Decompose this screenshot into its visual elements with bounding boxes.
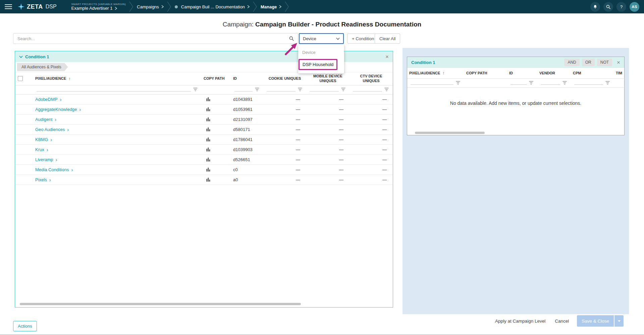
breadcrumb-manage[interactable]: Manage <box>257 0 285 13</box>
copy-path-icon[interactable] <box>206 178 210 182</box>
filter-input[interactable] <box>267 86 296 91</box>
breadcrumb-campaigns[interactable]: Campaigns <box>133 0 167 13</box>
horizontal-scrollbar[interactable] <box>20 303 301 305</box>
column-header-mobile-device-uniques[interactable]: MOBILE DEVICE UNIQUES <box>306 72 350 85</box>
audience-link[interactable]: Krux› <box>35 147 48 152</box>
filter-icon[interactable] <box>255 88 259 91</box>
horizontal-scrollbar[interactable] <box>415 132 485 134</box>
filter-input[interactable] <box>541 80 560 85</box>
table-row[interactable]: KBMG› d1786041 — — — <box>15 134 393 144</box>
breadcrumb-advertiser[interactable]: SMART PROJECTS (VARIABLE MARGIN) Example… <box>68 0 129 13</box>
column-header-id[interactable]: ID <box>507 68 537 79</box>
user-avatar[interactable]: AS <box>630 2 639 12</box>
table-row[interactable]: Geo Audiences› d580171 — — — <box>15 124 393 134</box>
copy-path-icon[interactable] <box>206 137 210 141</box>
save-and-close-button[interactable]: Save & Close <box>577 315 614 327</box>
collapse-chevron-icon[interactable] <box>19 56 23 58</box>
filter-icon[interactable] <box>384 88 389 91</box>
actions-button[interactable]: Actions <box>13 321 37 331</box>
column-header-copy-path[interactable]: COPY PATH <box>464 68 507 79</box>
ctv-uniques-value: — <box>350 124 393 134</box>
tab-all-audiences-pixels[interactable]: All Audiences & Pixels <box>17 63 68 71</box>
table-row[interactable]: AggregateKnowledge› d1053961 — — — <box>15 104 393 114</box>
filter-input[interactable] <box>511 80 527 85</box>
row-id: a0 <box>231 175 263 185</box>
cancel-button[interactable]: Cancel <box>555 319 569 324</box>
filter-input[interactable] <box>234 86 253 91</box>
column-header-pixel-audience[interactable]: PIXEL/AUDIENCE↑ <box>407 68 464 79</box>
notifications-button[interactable] <box>590 2 600 12</box>
column-header-cookie-uniques[interactable]: COOKIE UNIQUES <box>263 72 306 85</box>
apply-at-campaign-level-button[interactable]: Apply at Campaign Level <box>495 319 545 324</box>
ctv-uniques-value: — <box>350 134 393 144</box>
copy-path-icon[interactable] <box>206 117 210 121</box>
operator-and-button[interactable]: AND <box>564 59 579 66</box>
column-header-copy-path[interactable]: COPY PATH <box>202 72 231 85</box>
table-row[interactable]: Krux› d1039903 — — — <box>15 144 393 154</box>
close-icon[interactable]: × <box>617 60 620 65</box>
condition-panel-right: Condition 1 AND OR NOT × PIXEL/AUDIENCE↑… <box>407 57 625 135</box>
hamburger-menu-icon[interactable] <box>5 4 12 9</box>
menu-option-dsp-household[interactable]: DSP Household <box>298 58 344 71</box>
breadcrumb-separator-icon <box>253 0 257 13</box>
filter-icon[interactable] <box>298 88 302 91</box>
search-input[interactable] <box>13 36 289 41</box>
column-header-ctv-device-uniques[interactable]: CTV DEVICE UNIQUES <box>350 72 393 85</box>
copy-path-icon[interactable] <box>206 157 210 161</box>
filter-icon[interactable] <box>456 81 460 85</box>
table-row[interactable]: Pixels› a0 — — — <box>15 175 393 185</box>
filter-icon[interactable] <box>341 88 345 91</box>
chevron-right-icon <box>279 5 281 8</box>
audience-link[interactable]: AggregateKnowledge› <box>35 107 81 112</box>
table-row[interactable]: Audigent› d2131097 — — — <box>15 114 393 124</box>
audience-link[interactable]: Liveramp› <box>35 157 57 162</box>
global-search-button[interactable] <box>603 2 613 12</box>
filter-input[interactable] <box>310 86 339 91</box>
cookie-uniques-value: — <box>263 94 306 104</box>
column-header-id[interactable]: ID <box>231 72 263 85</box>
breadcrumb-campaign[interactable]: Campaign Buil ... Documentation <box>171 0 253 13</box>
column-header-cpm[interactable]: CPM <box>571 68 614 79</box>
filter-icon[interactable] <box>605 81 610 85</box>
column-header-pixel-audience[interactable]: PIXEL/AUDIENCE↑ <box>33 72 202 85</box>
copy-path-icon[interactable] <box>206 127 210 131</box>
column-header-vendor[interactable]: VENDOR <box>537 68 571 79</box>
row-id: d1786041 <box>231 134 263 144</box>
copy-path-icon[interactable] <box>206 97 210 101</box>
menu-option-device[interactable]: Device <box>298 47 344 58</box>
column-header-tim[interactable]: TIM <box>614 68 624 79</box>
search-icon[interactable] <box>289 36 294 41</box>
copy-path-icon[interactable] <box>206 168 210 172</box>
table-row[interactable]: Media Conditions› c0 — — — <box>15 164 393 175</box>
filter-icon[interactable] <box>193 88 198 91</box>
filter-input[interactable] <box>353 86 382 91</box>
breadcrumb-separator-icon <box>285 0 289 13</box>
audience-link[interactable]: Media Conditions› <box>35 167 73 172</box>
operator-not-button[interactable]: NOT <box>597 59 612 66</box>
audience-link[interactable]: KBMG› <box>35 137 52 142</box>
clear-all-button[interactable]: Clear All <box>375 34 400 44</box>
copy-path-icon[interactable] <box>206 147 210 151</box>
select-all-checkbox[interactable] <box>18 76 23 81</box>
zeta-dsp-logo[interactable]: ZETA DSP <box>17 3 57 10</box>
filter-input[interactable] <box>411 80 453 85</box>
copy-path-icon[interactable] <box>206 107 210 111</box>
audience-link[interactable]: Geo Audiences› <box>35 127 69 132</box>
help-button[interactable]: ? <box>616 2 626 12</box>
operator-or-button[interactable]: OR <box>582 59 595 66</box>
audience-link[interactable]: AdobeDMP› <box>35 97 61 102</box>
device-dropdown[interactable]: Device <box>299 33 344 44</box>
filter-icon[interactable] <box>562 81 567 85</box>
table-row[interactable]: Liveramp› d526651 — — — <box>15 154 393 164</box>
filter-input[interactable] <box>37 86 191 91</box>
table-row[interactable]: AdobeDMP› d1043891 — — — <box>15 94 393 104</box>
filter-icon[interactable] <box>529 81 533 85</box>
close-icon[interactable]: × <box>385 54 389 60</box>
audience-link[interactable]: Audigent› <box>35 117 56 122</box>
mobile-uniques-value: — <box>306 144 350 154</box>
audience-link[interactable]: Pixels› <box>35 177 51 182</box>
chevron-down-icon <box>336 38 340 40</box>
add-condition-button[interactable]: + Condition <box>347 34 379 44</box>
save-options-dropdown-button[interactable] <box>614 315 624 327</box>
filter-input[interactable] <box>574 80 603 85</box>
